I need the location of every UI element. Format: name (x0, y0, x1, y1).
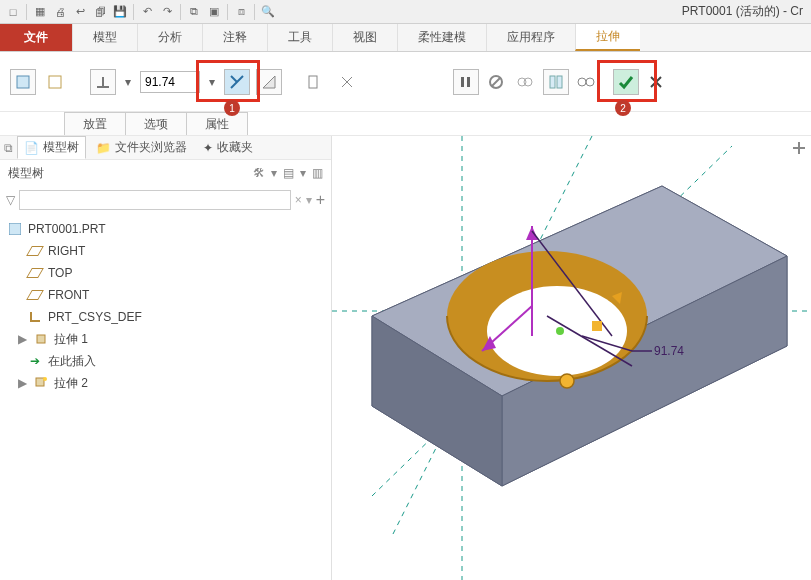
tree-root[interactable]: PRT0001.PRT (0, 218, 331, 240)
node-label: PRT0001.PRT (28, 222, 106, 236)
svg-rect-12 (557, 76, 562, 88)
svg-rect-15 (9, 223, 21, 235)
tab-model[interactable]: 模型 (72, 24, 137, 51)
add-icon[interactable]: + (316, 191, 325, 209)
qat-save-icon[interactable]: 💾 (111, 3, 129, 21)
no-preview-icon[interactable] (483, 69, 509, 95)
tree-node-front[interactable]: FRONT (0, 284, 331, 306)
tree-filter-row: ▽ × ▾ + (0, 186, 331, 214)
node-label: TOP (48, 266, 72, 280)
extrude-active-icon (34, 376, 48, 390)
folder-icon: 📁 (96, 141, 111, 155)
node-label: 拉伸 2 (54, 375, 88, 392)
depth-input[interactable] (140, 71, 200, 93)
star-icon: ✦ (203, 141, 213, 155)
svg-rect-17 (36, 378, 44, 386)
tree-node-top[interactable]: TOP (0, 262, 331, 284)
tree-node-extrude1[interactable]: ▶ 拉伸 1 (0, 328, 331, 350)
ok-button[interactable] (613, 69, 639, 95)
svg-rect-0 (17, 76, 29, 88)
tree-node-extrude2[interactable]: ▶ 拉伸 2 (0, 372, 331, 394)
ribbon-tabs: 文件 模型 分析 注释 工具 视图 柔性建模 应用程序 拉伸 (0, 24, 811, 52)
tab-flex[interactable]: 柔性建模 (397, 24, 486, 51)
tab-file[interactable]: 文件 (0, 24, 72, 51)
side-tab-row: ⧉ 📄 模型树 📁 文件夹浏览器 ✦ 收藏夹 (0, 136, 331, 160)
tree-tools: 🛠▾ ▤▾ ▥ (253, 166, 323, 180)
tree-tools-icon[interactable]: 🛠 (253, 166, 265, 180)
depth-dropdown2-icon[interactable]: ▾ (206, 69, 218, 95)
side-tab-folder-browser[interactable]: 📁 文件夹浏览器 (90, 137, 193, 158)
node-label: 在此插入 (48, 353, 96, 370)
qat-new-icon[interactable]: □ (4, 3, 22, 21)
glasses-icon[interactable] (573, 69, 599, 95)
remove-material-icon[interactable] (224, 69, 250, 95)
qat-open-icon[interactable]: ▦ (31, 3, 49, 21)
surface-mode-icon[interactable] (42, 69, 68, 95)
ribbon-panel: ▾ ▾ (0, 52, 811, 112)
depth-dropdown-icon[interactable]: ▾ (122, 69, 134, 95)
flip-material-side-icon[interactable] (256, 69, 282, 95)
qat-print-icon[interactable]: 🖨 (51, 3, 69, 21)
side-tab-label: 收藏夹 (217, 139, 253, 156)
chevron-down-icon[interactable]: ▾ (271, 166, 277, 180)
expand-icon[interactable]: ▶ (18, 332, 28, 346)
dash-tab-options[interactable]: 选项 (125, 112, 187, 135)
qat-copy-icon[interactable]: 🗐 (91, 3, 109, 21)
spin-center-icon (793, 142, 805, 154)
chevron-down-icon[interactable]: ▾ (306, 193, 312, 207)
qat-close-icon[interactable]: ⧈ (232, 3, 250, 21)
tab-view[interactable]: 视图 (332, 24, 397, 51)
chevron-down-icon[interactable]: ▾ (300, 166, 306, 180)
depth-type-icon[interactable] (90, 69, 116, 95)
clear-filter-icon[interactable]: × (295, 193, 302, 207)
tree-node-insert-here[interactable]: ➔ 在此插入 (0, 350, 331, 372)
tree-title: 模型树 (8, 165, 44, 182)
datum-plane-icon (28, 268, 42, 278)
svg-rect-16 (37, 335, 45, 343)
quick-access-toolbar: □ ▦ 🖨 ↩ 🗐 💾 ↶ ↷ ⧉ ▣ ⧈ 🔍 (4, 3, 682, 21)
tree-node-right[interactable]: RIGHT (0, 240, 331, 262)
svg-rect-1 (49, 76, 61, 88)
separator (133, 4, 134, 20)
flip-thicken-icon[interactable] (334, 69, 360, 95)
svg-point-35 (560, 374, 574, 388)
tab-annotate[interactable]: 注释 (202, 24, 267, 51)
tree-node-csys[interactable]: PRT_CSYS_DEF (0, 306, 331, 328)
tree-display-icon[interactable]: ▥ (312, 166, 323, 180)
tab-tools[interactable]: 工具 (267, 24, 332, 51)
qat-redo-icon[interactable]: ↷ (158, 3, 176, 21)
qat-search-icon[interactable]: 🔍 (259, 3, 277, 21)
svg-rect-6 (467, 77, 470, 87)
qat-reload-icon[interactable]: ↩ (71, 3, 89, 21)
tab-extrude[interactable]: 拉伸 (575, 24, 640, 51)
verify-icon[interactable] (513, 69, 539, 95)
side-tab-favorites[interactable]: ✦ 收藏夹 (197, 137, 259, 158)
tree-settings-icon[interactable]: ▤ (283, 166, 294, 180)
svg-line-8 (492, 78, 500, 86)
solid-mode-icon[interactable] (10, 69, 36, 95)
qat-window-icon[interactable]: ▣ (205, 3, 223, 21)
dash-tab-placement[interactable]: 放置 (64, 112, 126, 135)
qat-undo-icon[interactable]: ↶ (138, 3, 156, 21)
cancel-button[interactable] (643, 69, 669, 95)
attach-icon[interactable] (543, 69, 569, 95)
tree-filter-input[interactable] (19, 190, 291, 210)
graphics-viewport[interactable]: 91.74 (332, 136, 811, 580)
filter-icon[interactable]: ▽ (6, 193, 15, 207)
part-icon (8, 223, 22, 235)
dash-tab-properties[interactable]: 属性 (186, 112, 248, 135)
tab-analysis[interactable]: 分析 (137, 24, 202, 51)
side-tab-label: 模型树 (43, 139, 79, 156)
svg-rect-4 (309, 76, 317, 88)
extrude-icon (34, 333, 48, 345)
pause-icon[interactable] (453, 69, 479, 95)
side-panel: ⧉ 📄 模型树 📁 文件夹浏览器 ✦ 收藏夹 模型树 🛠▾ ▤▾ ▥ ▽ (0, 136, 332, 580)
tab-app[interactable]: 应用程序 (486, 24, 575, 51)
qat-regen-icon[interactable]: ⧉ (185, 3, 203, 21)
side-tab-model-tree[interactable]: 📄 模型树 (17, 136, 86, 159)
expand-icon[interactable]: ▶ (18, 376, 28, 390)
tree-toggle-icon[interactable]: ⧉ (4, 141, 13, 155)
separator (26, 4, 27, 20)
model-tree: PRT0001.PRT RIGHT TOP FRONT PRT_CSYS_DEF… (0, 214, 331, 580)
thicken-icon[interactable] (302, 69, 328, 95)
